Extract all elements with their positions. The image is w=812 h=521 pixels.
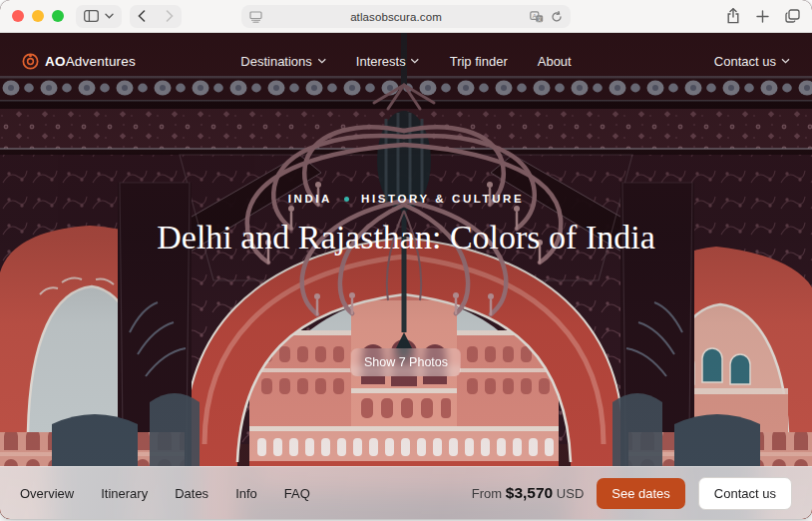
traffic-lights	[12, 10, 64, 22]
logo-bold: AO	[45, 54, 66, 69]
nav-link-label: Contact us	[714, 54, 776, 69]
contact-us-button[interactable]: Contact us	[698, 477, 792, 510]
address-bar[interactable]: atlasobscura.com A文	[241, 5, 571, 28]
browser-toolbar: atlasobscura.com A文	[0, 0, 812, 33]
minimize-icon[interactable]	[32, 10, 44, 22]
share-icon[interactable]	[726, 8, 740, 24]
translate-icon[interactable]: A文	[530, 11, 544, 23]
nav-link-trip-finder[interactable]: Trip finder	[450, 54, 508, 69]
nav-link-label: Trip finder	[450, 54, 508, 69]
hero-photo	[0, 33, 812, 519]
zoom-icon[interactable]	[52, 10, 64, 22]
price-from: From $3,570 USD	[472, 484, 584, 502]
tab-overview[interactable]: Overview	[20, 486, 74, 501]
chevron-down-icon	[105, 13, 114, 19]
tab-overview-icon[interactable]	[785, 9, 800, 23]
url-text: atlasobscura.com	[262, 11, 530, 23]
page-title: Delhi and Rajasthan: Colors of India	[127, 218, 685, 258]
price-amount: $3,570	[506, 484, 553, 501]
sidebar-toggle[interactable]	[76, 5, 122, 28]
trip-tabs: Overview Itinerary Dates Info FAQ	[20, 486, 310, 501]
logo[interactable]: AOAdventures	[22, 53, 136, 70]
nav-links: Destinations Interests Trip finder About	[240, 54, 571, 69]
trip-actions: From $3,570 USD See dates Contact us	[472, 477, 792, 510]
atlas-obscura-logo-icon	[22, 53, 39, 70]
nav-link-about[interactable]: About	[538, 54, 572, 69]
nav-link-label: Interests	[356, 54, 406, 69]
nav-link-interests[interactable]: Interests	[356, 54, 420, 69]
forward-icon[interactable]	[166, 10, 174, 22]
nav-link-label: About	[538, 54, 572, 69]
back-icon[interactable]	[138, 10, 146, 22]
tab-faq[interactable]: FAQ	[284, 486, 310, 501]
history-nav	[130, 5, 182, 28]
price-currency: USD	[557, 486, 584, 501]
sidebar-icon	[84, 10, 99, 22]
tab-itinerary[interactable]: Itinerary	[101, 486, 148, 501]
tab-dates[interactable]: Dates	[175, 486, 208, 501]
nav-contact-us[interactable]: Contact us	[714, 54, 790, 69]
svg-text:文: 文	[537, 15, 543, 21]
breadcrumb-country[interactable]: INDIA	[288, 193, 332, 205]
trip-action-bar: Overview Itinerary Dates Info FAQ From $…	[0, 466, 812, 519]
tab-info[interactable]: Info	[235, 486, 257, 501]
breadcrumb: INDIA HISTORY & CULTURE	[0, 193, 812, 205]
price-prefix: From	[472, 486, 502, 501]
see-dates-button[interactable]: See dates	[597, 478, 685, 509]
logo-rest: Adventures	[66, 54, 136, 69]
close-icon[interactable]	[12, 10, 24, 22]
new-tab-icon[interactable]	[756, 10, 769, 23]
reload-icon[interactable]	[551, 11, 563, 23]
page-content: AOAdventures Destinations Interests Trip…	[0, 33, 812, 519]
logo-text: AOAdventures	[45, 54, 136, 69]
chevron-down-icon	[781, 58, 790, 64]
browser-window: atlasobscura.com A文	[0, 0, 812, 519]
nav-link-destinations[interactable]: Destinations	[240, 54, 326, 69]
nav-link-label: Destinations	[240, 54, 312, 69]
chevron-down-icon	[317, 58, 326, 64]
breadcrumb-dot-icon	[344, 197, 349, 202]
site-navbar: AOAdventures Destinations Interests Trip…	[0, 42, 812, 80]
show-photos-button[interactable]: Show 7 Photos	[351, 348, 461, 376]
chevron-down-icon	[411, 58, 420, 64]
page-menu-icon[interactable]	[249, 11, 262, 23]
breadcrumb-category[interactable]: HISTORY & CULTURE	[361, 193, 524, 205]
